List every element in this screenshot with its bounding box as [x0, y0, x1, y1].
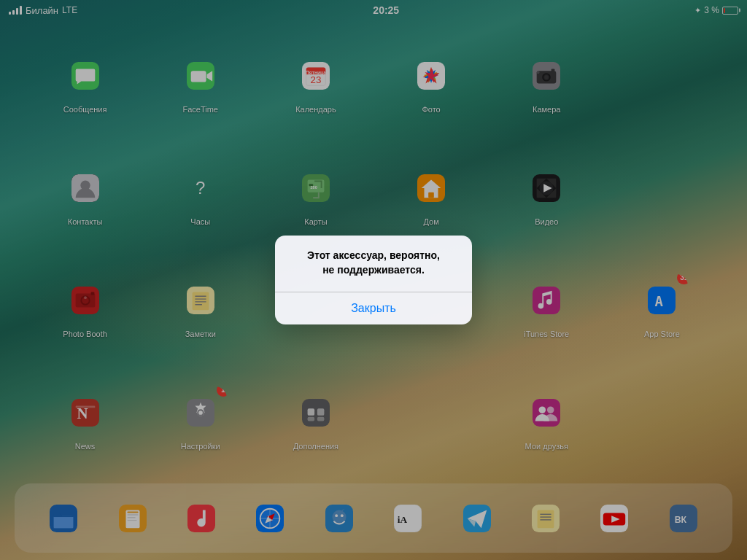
- alert-title: Этот аксессуар, вероятно,не поддерживает…: [275, 236, 472, 281]
- alert-overlay: Этот аксессуар, вероятно,не поддерживает…: [0, 0, 747, 560]
- alert-close-button[interactable]: Закрыть: [275, 292, 472, 324]
- alert-dialog: Этот аксессуар, вероятно,не поддерживает…: [275, 236, 472, 324]
